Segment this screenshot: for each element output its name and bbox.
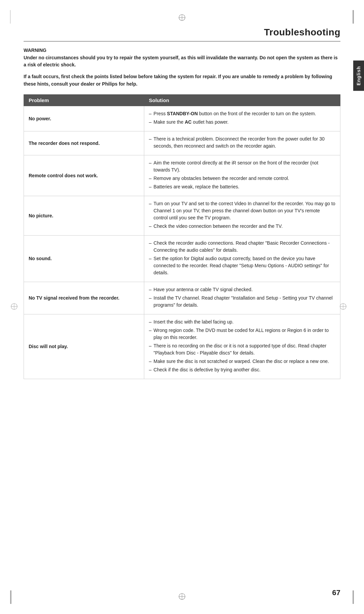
solution-cell: –Insert the disc with the label facing u… [144, 314, 340, 379]
page-wrapper: English Troubleshooting WARNING Under no… [0, 0, 364, 614]
warning-label: WARNING [24, 48, 340, 53]
solution-text: Batteries are weak, replace the batterie… [154, 183, 335, 190]
problem-cell: Remote control does not work. [24, 155, 144, 196]
problem-cell: No TV signal received from the recorder. [24, 282, 144, 314]
corner-mark-br [353, 590, 354, 604]
solution-item: –Batteries are weak, replace the batteri… [149, 183, 335, 190]
solution-text: Have your antenna or cable TV signal che… [154, 286, 335, 293]
table-row: No sound.–Check the recorder audio conne… [24, 236, 340, 282]
dash-icon: – [149, 295, 152, 302]
solution-item: –Check if the disc is defective by tryin… [149, 366, 335, 373]
dash-icon: – [149, 223, 152, 230]
corner-mark-bl [10, 590, 11, 604]
table-row: No TV signal received from the recorder.… [24, 282, 340, 314]
dash-icon: – [149, 175, 152, 182]
dash-icon: – [149, 183, 152, 190]
solution-item: –Make sure the AC outlet has power. [149, 119, 335, 126]
solution-item: –There is a technical problem. Disconnec… [149, 135, 335, 150]
solution-text: Wrong region code. The DVD must be coded… [154, 327, 335, 341]
solution-item: –There is no recording on the disc or it… [149, 342, 335, 357]
solution-item: –Make sure the disc is not scratched or … [149, 358, 335, 365]
solution-cell: –There is a technical problem. Disconnec… [144, 131, 340, 155]
solution-cell: –Check the recorder audio connections. R… [144, 236, 340, 282]
solution-text: Aim the remote control directly at the i… [154, 159, 335, 174]
solution-item: –Install the TV channel. Read chapter "I… [149, 295, 335, 309]
solution-item: –Remove any obstacles between the record… [149, 175, 335, 182]
solution-text: Remove any obstacles between the recorde… [154, 175, 335, 182]
solution-item: –Aim the remote control directly at the … [149, 159, 335, 174]
dash-icon: – [149, 358, 152, 365]
table-row: No power.–Press STANDBY-ON button on the… [24, 106, 340, 131]
top-registration-mark [178, 13, 186, 22]
solution-item: –Turn on your TV and set to the correct … [149, 200, 335, 221]
solution-text: Turn on your TV and set to the correct V… [154, 200, 335, 221]
fault-text: If a fault occurs, first check the point… [24, 73, 340, 88]
solution-text: Check if the disc is defective by trying… [154, 366, 335, 373]
dash-icon: – [149, 318, 152, 326]
problem-cell: The recorder does not respond. [24, 131, 144, 155]
dash-icon: – [149, 119, 152, 126]
solution-text: Set the option for Digital audio output … [154, 255, 335, 276]
solution-item: –Insert the disc with the label facing u… [149, 318, 335, 326]
dash-icon: – [149, 366, 152, 373]
solution-cell: –Press STANDBY-ON button on the front of… [144, 106, 340, 131]
page-number: 67 [332, 588, 340, 597]
solution-text: There is a technical problem. Disconnect… [154, 135, 335, 150]
solution-text: Install the TV channel. Read chapter "In… [154, 295, 335, 309]
language-tab: English [353, 61, 364, 91]
table-header-problem: Problem [24, 95, 144, 106]
table-header-solution: Solution [144, 95, 340, 106]
warning-section: WARNING Under no circumstances should yo… [24, 48, 340, 88]
dash-icon: – [149, 255, 152, 262]
solution-text: Make sure the disc is not scratched or w… [154, 358, 335, 365]
solution-item: –Check the recorder audio connections. R… [149, 240, 335, 254]
table-row: Remote control does not work.–Aim the re… [24, 155, 340, 196]
table-row: No picture.–Turn on your TV and set to t… [24, 196, 340, 236]
solution-cell: –Have your antenna or cable TV signal ch… [144, 282, 340, 314]
problem-cell: Disc will not play. [24, 314, 144, 379]
solution-text: Check the video connection between the r… [154, 223, 335, 230]
troubleshooting-table: Problem Solution No power.–Press STANDBY… [24, 94, 340, 379]
corner-mark-tr [353, 10, 354, 24]
left-registration-mark [10, 303, 18, 312]
solution-item: –Have your antenna or cable TV signal ch… [149, 286, 335, 293]
dash-icon: – [149, 200, 152, 207]
dash-icon: – [149, 240, 152, 247]
problem-cell: No sound. [24, 236, 144, 282]
dash-icon: – [149, 159, 152, 166]
title-rule [24, 41, 340, 41]
solution-text: Check the recorder audio connections. Re… [154, 240, 335, 254]
solution-text: There is no recording on the disc or it … [154, 342, 335, 357]
solution-item: –Set the option for Digital audio output… [149, 255, 335, 276]
solution-text: Insert the disc with the label facing up… [154, 318, 335, 326]
table-row: Disc will not play.–Insert the disc with… [24, 314, 340, 379]
problem-cell: No power. [24, 106, 144, 131]
dash-icon: – [149, 327, 152, 334]
table-row: The recorder does not respond.–There is … [24, 131, 340, 155]
corner-mark-tl [10, 10, 10, 24]
bottom-registration-mark [178, 592, 186, 601]
solution-cell: –Turn on your TV and set to the correct … [144, 196, 340, 236]
warning-bold-text: Under no circumstances should you try to… [24, 54, 340, 68]
solution-cell: –Aim the remote control directly at the … [144, 155, 340, 196]
solution-text: Make sure the AC outlet has power. [154, 119, 335, 126]
dash-icon: – [149, 342, 152, 349]
solution-item: –Press STANDBY-ON button on the front of… [149, 110, 335, 117]
solution-text: Press STANDBY-ON button on the front of … [154, 110, 335, 117]
right-registration-mark [339, 303, 347, 312]
solution-item: –Wrong region code. The DVD must be code… [149, 327, 335, 341]
dash-icon: – [149, 135, 152, 143]
solution-item: –Check the video connection between the … [149, 223, 335, 230]
dash-icon: – [149, 110, 152, 117]
problem-cell: No picture. [24, 196, 144, 236]
dash-icon: – [149, 286, 152, 293]
